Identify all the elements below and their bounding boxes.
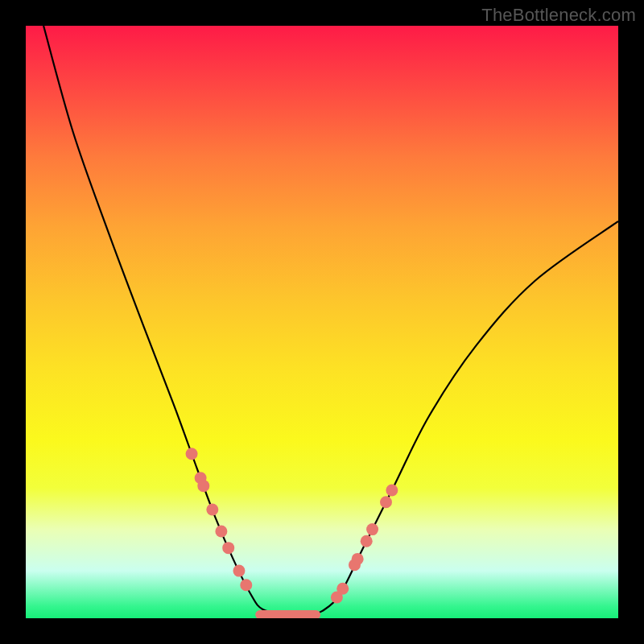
markers-left-branch <box>186 448 253 591</box>
data-point-marker <box>352 553 364 565</box>
curve-left-branch <box>43 26 287 615</box>
chart-frame: TheBottleneck.com <box>0 0 644 644</box>
data-point-marker <box>206 504 218 516</box>
plot-area <box>26 26 618 618</box>
data-point-marker <box>366 523 378 535</box>
data-point-marker <box>386 485 398 497</box>
data-point-marker <box>380 496 392 508</box>
data-point-marker <box>186 448 198 460</box>
data-point-marker <box>361 535 373 547</box>
data-point-marker <box>233 565 245 577</box>
data-point-marker <box>197 480 209 492</box>
watermark-text: TheBottleneck.com <box>481 5 636 26</box>
curve-svg <box>26 26 618 618</box>
markers-right-branch <box>331 485 398 604</box>
data-point-marker <box>222 542 234 554</box>
data-point-marker <box>336 583 349 595</box>
data-point-marker <box>240 579 252 591</box>
data-point-marker <box>215 526 227 538</box>
